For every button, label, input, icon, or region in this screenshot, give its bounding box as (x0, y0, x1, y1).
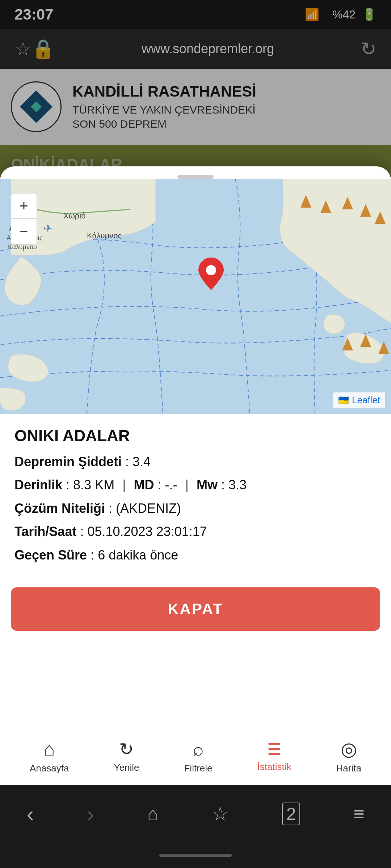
map-pin (198, 258, 224, 292)
mw-label: Mw (197, 477, 218, 492)
filter-icon: ⌕ (193, 738, 204, 760)
md-value: -.- (165, 477, 177, 492)
quality-label: Çözüm Niteliği (14, 501, 105, 516)
map-controls[interactable]: + − (11, 193, 37, 244)
nav-label-anasayfa: Anasayfa (30, 763, 69, 774)
leaflet-badge[interactable]: 🇺🇦 Leaflet (333, 392, 385, 408)
gesture-line (159, 854, 232, 857)
nav-label-filtrele: Filtrele (184, 763, 212, 774)
close-button[interactable]: KAPAT (11, 587, 380, 631)
map-container[interactable]: Χωριό Κάλυμνος Αστικός Αερολιμένας Καλύμ… (0, 179, 391, 414)
date-label: Tarih/Saat (14, 524, 76, 539)
bottom-nav: ⌂ Anasayfa ↻ Yenile ⌕ Filtrele ☰ İstatis… (0, 727, 391, 785)
back-button[interactable]: ‹ (26, 801, 34, 826)
sheet-handle (177, 175, 214, 179)
nav-label-harita: Harita (336, 763, 361, 774)
android-nav: ‹ › ⌂ ☆ 2 ≡ (0, 785, 391, 843)
nav-item-yenile[interactable]: ↻ Yenile (114, 739, 139, 773)
nav-item-anasayfa[interactable]: ⌂ Anasayfa (30, 738, 69, 774)
earthquake-title: ONIKI ADALAR (14, 427, 377, 445)
depth-value: 8.3 KM (73, 477, 114, 492)
leaflet-flag: 🇺🇦 (338, 395, 349, 405)
tabs-button[interactable]: 2 (282, 803, 300, 825)
leaflet-text: Leaflet (352, 395, 380, 406)
magnitude-row: Depremin Şiddeti : 3.4 (14, 453, 377, 471)
elapsed-label: Geçen Süre (14, 548, 87, 562)
quality-value: (AKDENIZ) (116, 501, 181, 516)
stats-icon: ☰ (267, 740, 281, 758)
quality-row: Çözüm Niteliği : (AKDENIZ) (14, 499, 377, 518)
refresh-icon: ↻ (119, 739, 134, 759)
svg-text:Καλύμνου: Καλύμνου (8, 243, 37, 251)
md-label: MD (134, 477, 154, 492)
date-value: 05.10.2023 23:01:17 (87, 524, 207, 539)
forward-button[interactable]: › (87, 801, 94, 826)
date-row: Tarih/Saat : 05.10.2023 23:01:17 (14, 523, 377, 541)
depth-label: Derinlik (14, 477, 62, 492)
zoom-in-button[interactable]: + (11, 193, 37, 219)
magnitude-label: Depremin Şiddeti (14, 454, 122, 469)
nav-label-istatistik: İstatistik (257, 761, 291, 773)
nav-item-harita[interactable]: ◎ Harita (336, 738, 361, 774)
mw-value: 3.3 (228, 477, 247, 492)
elapsed-value: 6 dakika önce (98, 548, 178, 562)
nav-item-istatistik[interactable]: ☰ İstatistik (257, 740, 291, 773)
map-icon: ◎ (341, 738, 357, 760)
magnitude-value: 3.4 (133, 454, 151, 469)
map-svg: Χωριό Κάλυμνος Αστικός Αερολιμένας Καλύμ… (0, 179, 391, 414)
earthquake-info-block: ONIKI ADALAR Depremin Şiddeti : 3.4 Deri… (0, 414, 391, 580)
home-icon: ⌂ (44, 738, 55, 760)
depth-row: Derinlik : 8.3 KM | MD : -.- | Mw : 3.3 (14, 476, 377, 494)
svg-text:Χωριό: Χωριό (63, 211, 86, 220)
svg-text:✈: ✈ (43, 222, 52, 234)
zoom-out-button[interactable]: − (11, 219, 37, 244)
nav-label-yenile: Yenile (114, 762, 139, 773)
android-home-button[interactable]: ⌂ (147, 803, 159, 825)
nav-item-filtrele[interactable]: ⌕ Filtrele (184, 738, 212, 774)
svg-point-15 (206, 265, 216, 275)
gesture-bar (0, 843, 391, 868)
menu-button[interactable]: ≡ (353, 803, 364, 825)
svg-text:Κάλυμνος: Κάλυμνος (87, 231, 122, 240)
bookmarks-button[interactable]: ☆ (212, 803, 229, 825)
elapsed-row: Geçen Süre : 6 dakika önce (14, 546, 377, 564)
